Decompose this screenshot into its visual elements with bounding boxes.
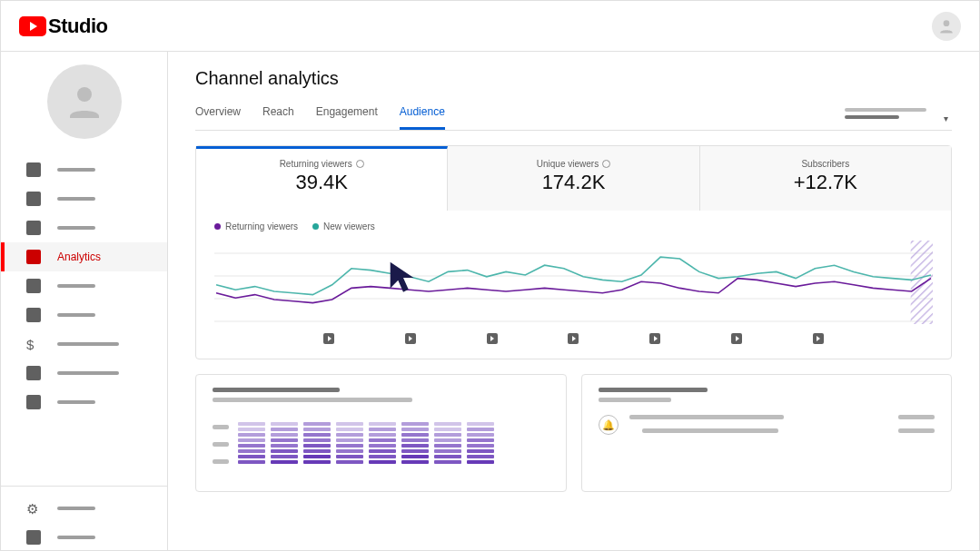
legend-dot-icon	[312, 223, 319, 230]
sidebar-item-content[interactable]	[1, 184, 167, 213]
play-marker-icon[interactable]	[405, 333, 416, 344]
video-library-icon	[26, 192, 41, 206]
play-marker-icon[interactable]	[323, 333, 334, 344]
play-marker-icon[interactable]	[487, 333, 498, 344]
metric-value: 39.4K	[205, 171, 438, 194]
tabs-row: Overview Reach Engagement Audience	[195, 96, 952, 131]
metric-label-text: Subscribers	[801, 159, 849, 169]
play-marker-icon[interactable]	[568, 333, 579, 344]
info-icon[interactable]	[602, 160, 610, 168]
top-bar: Studio	[1, 1, 979, 52]
sidebar-item-audio[interactable]	[1, 388, 167, 417]
sidebar-item-playlists[interactable]	[1, 213, 167, 242]
person-icon	[937, 17, 955, 35]
svg-point-0	[944, 20, 950, 26]
sidebar-item-label: Analytics	[57, 251, 101, 263]
sidebar-item-customization[interactable]	[1, 359, 167, 388]
audience-chart-card: Returning viewers 39.4K Unique viewers 1…	[195, 145, 952, 359]
svg-rect-7	[911, 241, 933, 324]
chart-legend: Returning viewers New viewers	[196, 211, 951, 235]
tab-audience[interactable]: Audience	[400, 96, 445, 130]
legend-item-new: New viewers	[312, 221, 375, 231]
feedback-icon	[26, 530, 41, 545]
youtube-play-icon	[19, 16, 46, 36]
when-viewers-card[interactable]	[195, 374, 567, 492]
legend-item-returning: Returning viewers	[214, 221, 298, 231]
dollar-icon: $	[26, 337, 41, 351]
dashboard-icon	[26, 162, 41, 177]
sidebar-nav: Analytics $	[1, 155, 167, 486]
video-publish-markers	[214, 333, 933, 344]
line-chart[interactable]	[196, 235, 951, 359]
studio-logo[interactable]: Studio	[19, 15, 107, 38]
tab-engagement[interactable]: Engagement	[316, 96, 378, 130]
logo-text: Studio	[48, 15, 107, 38]
sidebar-item-analytics[interactable]: Analytics	[1, 242, 167, 271]
play-marker-icon[interactable]	[649, 333, 660, 344]
sidebar-item-feedback[interactable]	[1, 523, 167, 551]
sidebar: Analytics $ ⚙	[1, 52, 168, 551]
metric-unique-viewers[interactable]: Unique viewers 174.2K	[448, 146, 699, 211]
heatmap-bars	[238, 422, 494, 464]
metric-value: +12.7K	[709, 171, 942, 194]
metric-subscribers[interactable]: Subscribers +12.7K	[700, 146, 951, 211]
metric-tabs: Returning viewers 39.4K Unique viewers 1…	[196, 146, 951, 211]
sidebar-bottom: ⚙	[1, 486, 167, 551]
sidebar-item-monetization[interactable]: $	[1, 330, 167, 359]
date-range-picker[interactable]	[845, 108, 952, 119]
sidebar-item-subtitles[interactable]	[1, 300, 167, 330]
main-content: Channel analytics Overview Reach Engagem…	[168, 52, 979, 551]
legend-dot-icon	[214, 223, 221, 230]
account-avatar[interactable]	[932, 12, 961, 41]
svg-point-1	[77, 87, 92, 102]
analytics-icon	[26, 250, 41, 264]
magic-wand-icon	[26, 366, 41, 380]
play-marker-icon[interactable]	[731, 333, 742, 344]
gear-icon: ⚙	[26, 501, 41, 516]
tab-reach[interactable]: Reach	[262, 96, 294, 130]
info-icon[interactable]	[356, 160, 364, 168]
metric-label-text: Returning viewers	[280, 159, 352, 169]
secondary-cards: 🔔	[195, 374, 952, 492]
tab-overview[interactable]: Overview	[195, 96, 241, 130]
metric-label-text: Unique viewers	[537, 159, 599, 169]
sidebar-item-dashboard[interactable]	[1, 155, 167, 184]
audio-library-icon	[26, 395, 41, 409]
metric-value: 174.2K	[457, 171, 689, 194]
subscriber-bell-card[interactable]: 🔔	[581, 374, 953, 492]
sidebar-item-comments[interactable]	[1, 271, 167, 300]
page-title: Channel analytics	[195, 68, 952, 89]
metric-returning-viewers[interactable]: Returning viewers 39.4K	[196, 146, 448, 211]
sidebar-item-settings[interactable]: ⚙	[1, 494, 167, 523]
analytics-tabs: Overview Reach Engagement Audience	[195, 96, 445, 130]
bell-icon: 🔔	[599, 415, 619, 435]
comments-icon	[26, 279, 41, 293]
play-marker-icon[interactable]	[813, 333, 824, 344]
channel-avatar[interactable]	[47, 64, 122, 139]
playlist-icon	[26, 221, 41, 235]
subtitles-icon	[26, 308, 41, 322]
person-icon	[63, 80, 106, 123]
